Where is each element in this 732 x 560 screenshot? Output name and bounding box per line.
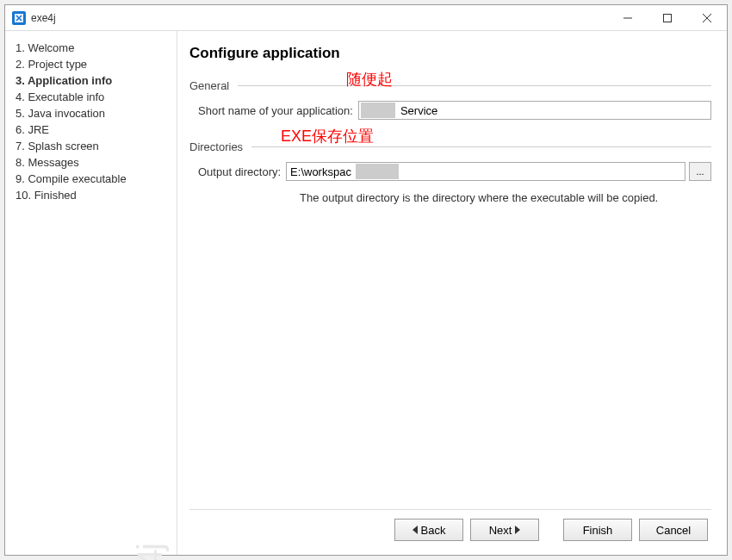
sidebar-brand: exe4j <box>131 544 170 560</box>
next-button-label: Next <box>489 524 512 537</box>
finish-button[interactable]: Finish <box>563 519 632 541</box>
button-bar: Back Next Finish Cancel <box>189 509 711 546</box>
step-executable-info[interactable]: 4. Executable info <box>12 89 170 105</box>
svg-rect-2 <box>664 14 672 22</box>
page-title: Configure application <box>189 45 711 62</box>
section-directories-label: Directories <box>189 140 243 153</box>
close-button[interactable] <box>687 5 727 30</box>
triangle-left-icon <box>413 526 418 534</box>
output-dir-input-wrap: xxxx <box>286 162 685 181</box>
browse-button[interactable]: ... <box>689 162 711 181</box>
maximize-button[interactable] <box>648 5 687 30</box>
redacted-prefix: xxxx <box>361 103 395 118</box>
step-java-invocation[interactable]: 5. Java invocation <box>12 105 170 121</box>
section-general-label: General <box>189 79 229 92</box>
step-messages[interactable]: 8. Messages <box>12 154 170 171</box>
section-divider <box>251 146 711 147</box>
next-button[interactable]: Next <box>470 519 539 541</box>
output-dir-hint: The output directory is the directory wh… <box>300 191 711 204</box>
wizard-sidebar: 1. Welcome 2. Project type 3. Applicatio… <box>5 31 177 555</box>
title-left: exe4j <box>12 11 56 25</box>
spacer <box>189 204 711 509</box>
short-name-input[interactable] <box>397 103 710 118</box>
titlebar: exe4j <box>5 5 727 31</box>
section-divider <box>238 85 711 86</box>
step-project-type[interactable]: 2. Project type <box>12 56 170 72</box>
redacted-path: xxxx <box>356 164 399 179</box>
section-directories-header: Directories <box>189 140 711 153</box>
step-application-info[interactable]: 3. Application info <box>12 72 170 89</box>
short-name-input-wrap: xxxx <box>358 101 711 120</box>
section-general-header: General <box>189 79 711 92</box>
window-title: exe4j <box>31 12 56 24</box>
back-button[interactable]: Back <box>394 519 463 541</box>
app-icon <box>12 11 26 25</box>
step-compile-executable[interactable]: 9. Compile executable <box>12 171 170 187</box>
short-name-label: Short name of your application: <box>198 104 353 117</box>
cancel-button[interactable]: Cancel <box>639 519 708 541</box>
back-button-label: Back <box>421 524 446 537</box>
triangle-right-icon <box>515 526 520 534</box>
step-splash-screen[interactable]: 7. Splash screen <box>12 138 170 154</box>
minimize-button[interactable] <box>608 5 648 30</box>
step-welcome[interactable]: 1. Welcome <box>12 40 170 56</box>
step-finished[interactable]: 10. Finished <box>12 187 170 203</box>
window-controls <box>608 5 727 30</box>
output-dir-input[interactable] <box>287 164 356 179</box>
main-panel: Configure application General 随便起 Short … <box>177 31 727 555</box>
app-window: exe4j 1. Welcome 2. Project type 3. Appl… <box>4 4 728 556</box>
step-jre[interactable]: 6. JRE <box>12 121 170 138</box>
output-dir-row: Output directory: xxxx ... <box>189 162 711 181</box>
short-name-row: Short name of your application: xxxx <box>189 101 711 120</box>
output-dir-label: Output directory: <box>198 165 281 178</box>
content: 1. Welcome 2. Project type 3. Applicatio… <box>5 31 727 555</box>
